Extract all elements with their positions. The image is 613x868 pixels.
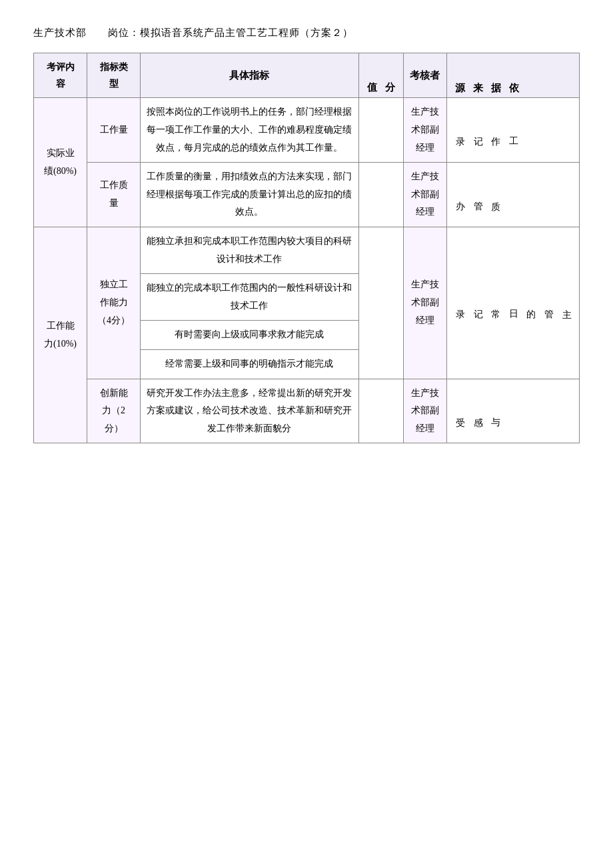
fz-cell-dlgznl xyxy=(358,227,403,379)
jtzbzb-cell-gzzl: 工作质量的衡量，用扣绩效点的方法来实现，部门经理根据每项工作完成的质量计算出总的… xyxy=(141,163,359,227)
page-header: 生产技术部 岗位：模拟语音系统产品主管工艺工程师（方案２） xyxy=(33,27,580,39)
jtzbzb-cell-dlgznl-1: 能独立承担和完成本职工作范围内较大项目的科研设计和技术工作 xyxy=(141,227,359,273)
zblx-cell-dlgznl: 独立工作能力（4分） xyxy=(87,227,141,379)
jtzbzb-cell-dlgznl-4: 经常需要上级和同事的明确指示才能完成 xyxy=(141,349,359,379)
col-header-kpnr: 考评内容 xyxy=(34,53,87,98)
zblx-cell-cxnl: 创新能力（2分） xyxy=(87,379,141,443)
zblx-cell-gzzl: 工作质量 xyxy=(87,163,141,227)
col-header-jtzbzb: 具体指标 xyxy=(141,53,359,98)
khz-cell-cxnl: 生产技术部副经理 xyxy=(403,379,446,443)
jtzbzb-cell-dlgznl-3: 有时需要向上级或同事求救才能完成 xyxy=(141,321,359,350)
fz-cell-cxnl xyxy=(358,379,403,443)
table-row: 创新能力（2分） 研究开发工作办法主意多，经常提出新的研究开发方案或建议，给公司… xyxy=(34,379,580,443)
yjly-cell-gzl: 工作记录 xyxy=(446,98,579,163)
table-row: 工作质量 工作质量的衡量，用扣绩效点的方法来实现，部门经理根据每项工作完成的质量… xyxy=(34,163,580,227)
col-header-khz: 考核者 xyxy=(403,53,446,98)
col-header-zblx: 指标类型 xyxy=(87,53,141,98)
main-table: 考评内容 指标类型 具体指标 分值 考核者 依据来源 xyxy=(33,53,580,443)
yjly-cell-gzzl: 质管办 xyxy=(446,163,579,227)
page-wrapper: 生产技术部 岗位：模拟语音系统产品主管工艺工程师（方案２） 考评内容 指标类型 … xyxy=(33,27,580,443)
kpnr-cell-gznl: 工作能力(10%) xyxy=(34,227,87,443)
table-row: 实际业绩(80%) 工作量 按照本岗位的工作说明书上的任务，部门经理根据每一项工… xyxy=(34,98,580,163)
khz-cell-gzl: 生产技术部副经理 xyxy=(403,98,446,163)
jtzbzb-cell-cxnl: 研究开发工作办法主意多，经常提出新的研究开发方案或建议，给公司技术改造、技术革新… xyxy=(141,379,359,443)
table-header-row: 考评内容 指标类型 具体指标 分值 考核者 依据来源 xyxy=(34,53,580,98)
jtzbzb-cell-gzl: 按照本岗位的工作说明书上的任务，部门经理根据每一项工作工作量的大小、工作的难易程… xyxy=(141,98,359,163)
khz-cell-gzzl: 生产技术部副经理 xyxy=(403,163,446,227)
jtzbzb-cell-dlgznl-2: 能独立的完成本职工作范围内的一般性科研设计和技术工作 xyxy=(141,274,359,321)
table-row: 工作能力(10%) 独立工作能力（4分） 能独立承担和完成本职工作范围内较大项目… xyxy=(34,227,580,273)
kpnr-cell-sjyj: 实际业绩(80%) xyxy=(34,98,87,227)
header-title: 生产技术部 岗位：模拟语音系统产品主管工艺工程师（方案２） xyxy=(33,27,353,38)
col-header-yjly: 依据来源 xyxy=(446,53,579,98)
fz-cell-gzzl xyxy=(358,163,403,227)
zblx-cell-gzl: 工作量 xyxy=(87,98,141,163)
fz-cell-gzl xyxy=(358,98,403,163)
yjly-cell-dlgznl: 主管的日常记录 xyxy=(446,227,579,379)
khz-cell-dlgznl: 生产技术部副经理 xyxy=(403,227,446,379)
col-header-fz: 分值 xyxy=(358,53,403,98)
yjly-cell-cxnl: 与感受 xyxy=(446,379,579,443)
